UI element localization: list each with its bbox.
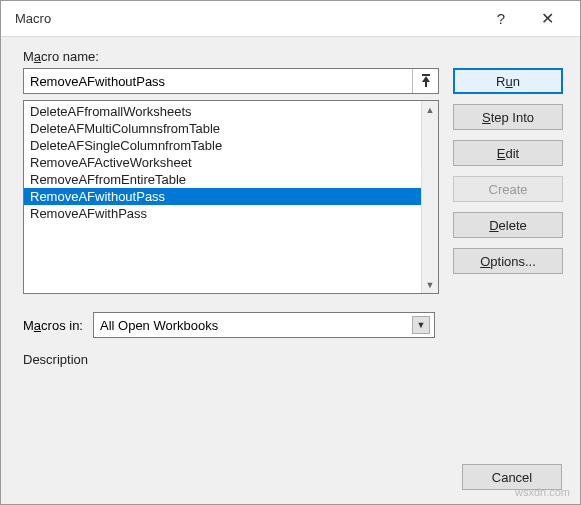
run-arrow-icon (420, 74, 432, 88)
scrollbar[interactable]: ▲ ▼ (421, 101, 438, 293)
list-item[interactable]: RemoveAFwithoutPass (24, 188, 421, 205)
description-label: Description (23, 352, 439, 367)
macro-list: DeleteAFfromallWorksheetsDeleteAFMultiCo… (23, 100, 439, 294)
watermark: wsxdn.com (515, 486, 570, 498)
step-into-button[interactable]: Step Into (453, 104, 563, 130)
macro-list-items[interactable]: DeleteAFfromallWorksheetsDeleteAFMultiCo… (24, 101, 421, 293)
edit-button[interactable]: Edit (453, 140, 563, 166)
titlebar: Macro ? ✕ (1, 1, 580, 37)
button-column: Run Step Into Edit Create Delete Options… (453, 68, 563, 371)
close-button[interactable]: ✕ (524, 4, 570, 34)
help-button[interactable]: ? (478, 4, 524, 34)
svg-rect-0 (422, 74, 430, 76)
macros-in-label: Macros in: (23, 318, 83, 333)
dialog-title: Macro (15, 11, 478, 26)
list-item[interactable]: DeleteAFSingleColumnfromTable (24, 137, 421, 154)
macro-name-field (23, 68, 439, 94)
delete-button[interactable]: Delete (453, 212, 563, 238)
list-item[interactable]: RemoveAFwithPass (24, 205, 421, 222)
help-icon: ? (497, 10, 505, 27)
close-icon: ✕ (541, 9, 554, 28)
macros-in-value: All Open Workbooks (100, 318, 218, 333)
list-item[interactable]: DeleteAFMultiColumnsfromTable (24, 120, 421, 137)
options-button[interactable]: Options... (453, 248, 563, 274)
chevron-down-icon: ▼ (412, 316, 430, 334)
scroll-up-icon[interactable]: ▲ (422, 101, 438, 118)
dialog-content: Macro name: DeleteAFfromallWorksheetsDel… (1, 37, 580, 371)
list-item[interactable]: DeleteAFfromallWorksheets (24, 103, 421, 120)
list-item[interactable]: RemoveAFActiveWorksheet (24, 154, 421, 171)
create-button: Create (453, 176, 563, 202)
macros-in-row: Macros in: All Open Workbooks ▼ (23, 312, 439, 338)
macro-dialog: Macro ? ✕ Macro name: Delete (0, 0, 581, 505)
run-macro-icon-button[interactable] (412, 69, 438, 93)
run-button[interactable]: Run (453, 68, 563, 94)
macro-name-input[interactable] (24, 69, 412, 93)
list-item[interactable]: RemoveAFfromEntireTable (24, 171, 421, 188)
macros-in-select[interactable]: All Open Workbooks ▼ (93, 312, 435, 338)
macro-name-label: Macro name: (23, 49, 566, 64)
scroll-down-icon[interactable]: ▼ (422, 276, 438, 293)
